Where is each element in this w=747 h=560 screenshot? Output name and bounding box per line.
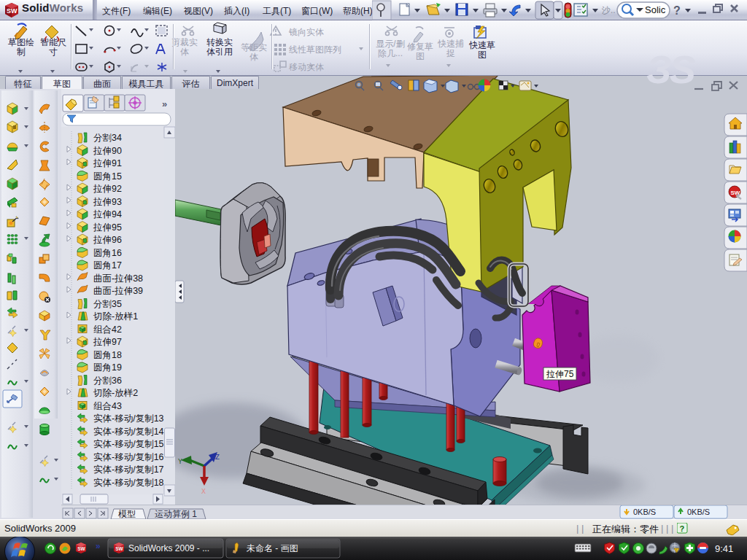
svg-text:拉伸90: 拉伸90 [93,146,122,156]
svg-text:实体-移动/复制16: 实体-移动/复制16 [93,452,164,462]
svg-text:Solic: Solic [645,4,666,15]
svg-text:Z: Z [215,454,220,462]
svg-text:拉伸93: 拉伸93 [93,197,122,207]
svg-text:SW: SW [115,546,123,551]
svg-text:切除-放样2: 切除-放样2 [93,388,138,398]
svg-text:拉伸97: 拉伸97 [93,337,122,347]
svg-text:?: ? [680,524,685,533]
svg-text:?: ? [673,4,681,17]
svg-text:组合42: 组合42 [93,324,122,335]
svg-text:组合43: 组合43 [93,401,122,411]
svg-text:切除-放样1: 切除-放样1 [93,311,138,322]
svg-text:圆角16: 圆角16 [93,248,122,258]
svg-text:»: » [96,541,101,551]
svg-text:圆角18: 圆角18 [93,350,122,360]
svg-text:实体-移动/复制15: 实体-移动/复制15 [93,439,164,449]
svg-text:0KB/S: 0KB/S [633,508,656,516]
svg-text:模型: 模型 [118,509,136,519]
svg-text:SolidWorks 2009 - ...: SolidWorks 2009 - ... [128,543,209,553]
svg-text:实体-移动/复制17: 实体-移动/复制17 [93,464,164,475]
svg-text:SW: SW [7,7,18,15]
svg-text:拉伸96: 拉伸96 [93,235,122,245]
svg-text:!: ! [676,548,676,553]
svg-text:拉伸94: 拉伸94 [93,209,122,219]
svg-text:未命名 - 画图: 未命名 - 画图 [247,543,298,553]
svg-text:实体-移动/复制18: 实体-移动/复制18 [93,478,164,488]
svg-text:»: » [162,98,167,109]
svg-text:曲面-拉伸38: 曲面-拉伸38 [93,273,143,284]
svg-text:拉伸92: 拉伸92 [93,184,122,194]
svg-text:拉伸95: 拉伸95 [93,222,122,233]
svg-text:拉伸91: 拉伸91 [93,158,122,168]
svg-text:实体-移动/复制14: 实体-移动/复制14 [93,427,164,437]
svg-text:SW: SW [77,546,85,551]
svg-text:圆角15: 圆角15 [93,171,122,182]
svg-text:9:41: 9:41 [715,543,733,554]
svg-text:实体-移动/复制13: 实体-移动/复制13 [93,413,164,424]
svg-text:圆角19: 圆角19 [93,362,122,373]
svg-text:分割34: 分割34 [93,133,122,143]
svg-text:分割36: 分割36 [93,376,122,386]
svg-text:X: X [201,488,206,496]
svg-text:拉伸75: 拉伸75 [546,369,574,379]
svg-text:Y: Y [178,458,182,466]
svg-text:0KB/S: 0KB/S [687,508,710,516]
svg-text:曲面-拉伸39: 曲面-拉伸39 [93,286,143,296]
svg-text:运动算例 1: 运动算例 1 [155,509,197,519]
svg-text:分割35: 分割35 [93,299,122,309]
svg-text:圆角17: 圆角17 [93,260,122,271]
svg-text:沙..: 沙.. [601,5,616,15]
